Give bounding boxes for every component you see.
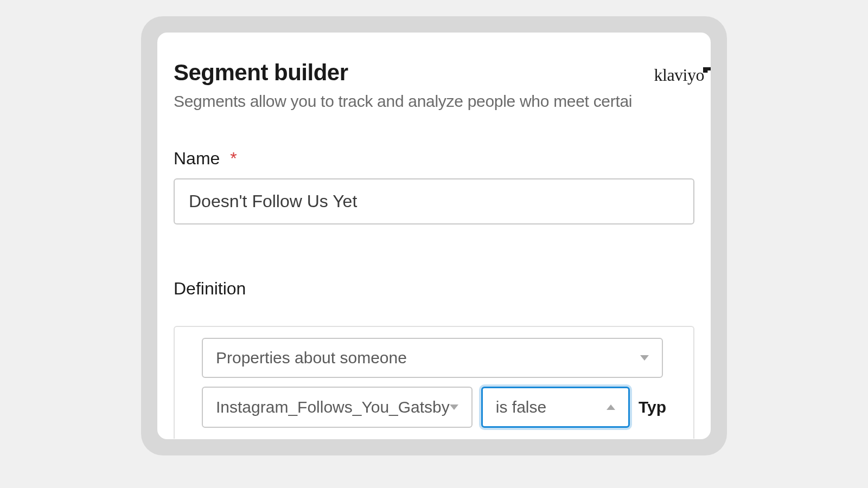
chevron-down-icon	[640, 355, 649, 361]
page-subtitle: Segments allow you to track and analyze …	[174, 92, 694, 111]
property-selected: Instagram_Follows_You_Gatsby	[216, 398, 450, 416]
chevron-down-icon	[450, 404, 458, 410]
operator-selected: is false	[496, 398, 546, 416]
condition-type-dropdown[interactable]: Properties about someone	[202, 338, 663, 378]
definition-panel: Properties about someone Instagram_Follo…	[174, 326, 694, 439]
property-dropdown[interactable]: Instagram_Follows_You_Gatsby	[202, 387, 473, 428]
page-title: Segment builder	[174, 60, 694, 86]
segment-name-input[interactable]	[174, 178, 694, 224]
device-frame: klaviyo Segment builder Segments allow y…	[141, 16, 727, 455]
definition-heading: Definition	[174, 279, 694, 299]
brand-logo: klaviyo	[654, 65, 711, 85]
name-label-text: Name	[174, 149, 220, 168]
name-field-section: Name *	[174, 149, 694, 224]
type-label: Typ	[639, 398, 666, 416]
chevron-up-icon	[607, 404, 615, 410]
definition-row: Instagram_Follows_You_Gatsby is false Ty…	[202, 387, 666, 428]
brand-logo-flag-icon	[703, 67, 711, 73]
app-screen: klaviyo Segment builder Segments allow y…	[157, 33, 711, 439]
required-marker: *	[230, 149, 237, 168]
brand-logo-text: klaviyo	[654, 65, 704, 85]
name-field-label: Name *	[174, 149, 694, 169]
condition-type-selected: Properties about someone	[216, 349, 407, 367]
operator-dropdown[interactable]: is false	[481, 387, 630, 428]
